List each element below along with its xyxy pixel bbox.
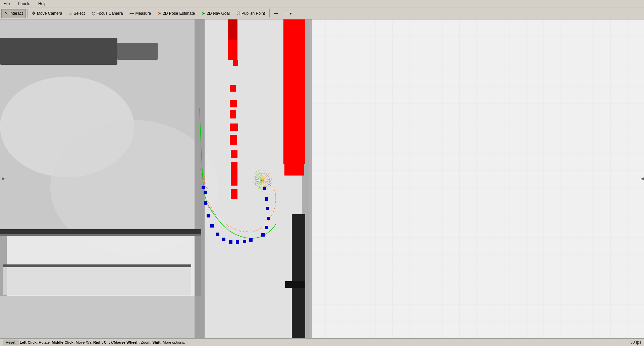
tool-publish-label: Publish Point bbox=[241, 11, 265, 16]
reset-button[interactable]: Reset bbox=[3, 340, 18, 345]
status-hint: Left-Click: Rotate. Middle-Click: Move X… bbox=[20, 340, 185, 344]
svg-rect-56 bbox=[231, 189, 237, 199]
extra-icon bbox=[274, 11, 278, 16]
measure-icon bbox=[129, 11, 134, 16]
svg-rect-157 bbox=[265, 197, 268, 201]
tool-select[interactable]: Select bbox=[66, 9, 88, 18]
svg-rect-145 bbox=[202, 186, 205, 189]
status-rightclick-text: Zoom. bbox=[141, 340, 152, 344]
menu-help[interactable]: Help bbox=[36, 1, 49, 7]
tool-pose-label: 2D Pose Estimate bbox=[163, 11, 195, 16]
svg-rect-154 bbox=[243, 240, 246, 243]
svg-rect-152 bbox=[229, 240, 232, 244]
svg-rect-160 bbox=[265, 226, 268, 229]
svg-rect-39 bbox=[0, 38, 117, 65]
status-middleclick-text: Move X/Y. bbox=[76, 340, 93, 344]
interact-icon bbox=[4, 11, 8, 16]
status-shift-text: More options. bbox=[163, 340, 185, 344]
status-middleclick-label: Middle-Click: bbox=[52, 340, 74, 344]
map-canvas[interactable]: ▶ ◀ bbox=[0, 19, 644, 338]
svg-rect-47 bbox=[228, 19, 237, 40]
svg-rect-49 bbox=[230, 85, 236, 92]
svg-rect-53 bbox=[230, 135, 237, 145]
svg-rect-40 bbox=[117, 43, 158, 60]
tool-move-camera[interactable]: Move Camera bbox=[29, 9, 65, 18]
menu-file[interactable]: File bbox=[1, 1, 12, 7]
svg-rect-51 bbox=[230, 110, 236, 118]
svg-rect-64 bbox=[0, 229, 201, 234]
publish-point-icon bbox=[236, 11, 240, 16]
svg-rect-161 bbox=[261, 233, 265, 237]
svg-rect-60 bbox=[285, 281, 305, 288]
separator-2 bbox=[269, 9, 270, 17]
svg-rect-153 bbox=[236, 240, 239, 244]
pose-estimate-icon bbox=[158, 11, 161, 16]
svg-rect-151 bbox=[222, 238, 225, 241]
svg-rect-58 bbox=[284, 164, 304, 176]
svg-rect-65 bbox=[3, 264, 191, 295]
tool-select-label: Select bbox=[73, 11, 85, 16]
tool-nav-goal[interactable]: 2D Nav Goal bbox=[199, 9, 233, 18]
viewport: ▶ ◀ Reset Left-Click: Rotate. Middle-Cli… bbox=[0, 19, 644, 346]
tool-interact-label: Interact bbox=[9, 11, 23, 16]
right-scroll-arrow[interactable]: ◀ bbox=[641, 176, 644, 181]
statusbar: Reset Left-Click: Rotate. Middle-Click: … bbox=[0, 338, 644, 346]
left-scroll-arrow[interactable]: ▶ bbox=[2, 176, 5, 181]
tool-publish-point[interactable]: Publish Point bbox=[233, 9, 268, 18]
tool-nav-label: 2D Nav Goal bbox=[207, 11, 230, 16]
svg-rect-59 bbox=[292, 214, 305, 338]
dropdown-bar1: — bbox=[285, 11, 288, 15]
status-leftclick-text: Rotate. bbox=[39, 340, 52, 344]
svg-rect-48 bbox=[233, 60, 238, 66]
svg-rect-54 bbox=[231, 150, 237, 158]
tool-extra[interactable] bbox=[271, 9, 281, 18]
svg-rect-57 bbox=[283, 19, 305, 164]
svg-rect-146 bbox=[204, 191, 207, 194]
select-icon bbox=[69, 11, 72, 16]
tool-measure-label: Measure bbox=[135, 11, 151, 16]
svg-rect-158 bbox=[266, 207, 269, 210]
svg-rect-149 bbox=[210, 224, 214, 228]
status-leftclick-label: Left-Click: bbox=[20, 340, 38, 344]
focus-camera-icon bbox=[92, 11, 95, 16]
svg-rect-66 bbox=[3, 264, 191, 267]
tool-pose-estimate[interactable]: 2D Pose Estimate bbox=[155, 9, 198, 18]
svg-rect-155 bbox=[249, 238, 253, 242]
svg-rect-50 bbox=[230, 100, 237, 107]
tool-move-camera-label: Move Camera bbox=[37, 11, 62, 16]
svg-rect-147 bbox=[204, 201, 207, 205]
svg-rect-159 bbox=[267, 217, 270, 220]
status-shift-label: Shift: bbox=[152, 340, 162, 344]
tool-measure[interactable]: Measure bbox=[126, 9, 154, 18]
nav-goal-icon bbox=[202, 11, 205, 16]
svg-rect-150 bbox=[216, 233, 219, 236]
tool-focus-camera-label: Focus Camera bbox=[97, 11, 123, 16]
tool-focus-camera[interactable]: Focus Camera bbox=[89, 9, 126, 18]
dropdown-icon bbox=[290, 11, 292, 16]
svg-rect-52 bbox=[230, 123, 238, 131]
menu-panels[interactable]: Panels bbox=[16, 1, 32, 7]
separator-1 bbox=[27, 9, 28, 17]
fps-display: 30 fps bbox=[630, 340, 641, 345]
svg-rect-156 bbox=[263, 187, 266, 190]
tool-dropdown[interactable]: — bbox=[282, 9, 295, 18]
tool-interact[interactable]: Interact bbox=[1, 9, 26, 18]
svg-rect-148 bbox=[207, 214, 210, 217]
move-camera-icon bbox=[32, 11, 36, 16]
status-rightclick-label: Right-Click/Mouse Wheel:: bbox=[93, 340, 140, 344]
svg-rect-55 bbox=[231, 162, 237, 186]
